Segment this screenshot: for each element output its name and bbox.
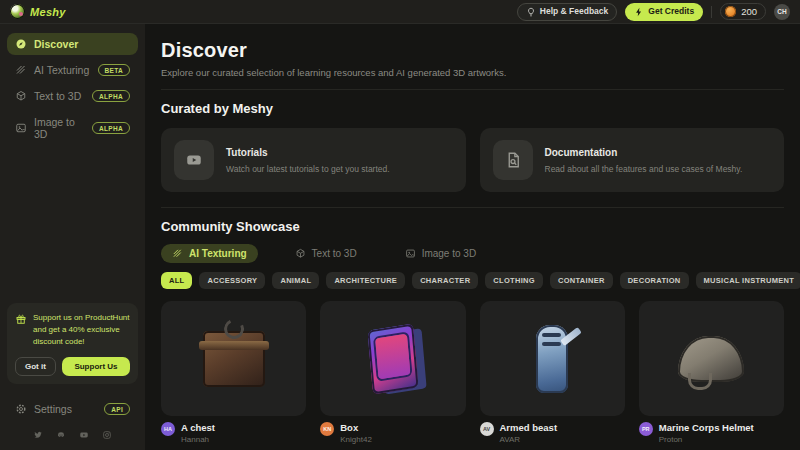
diagonal-stripes-icon (15, 64, 27, 76)
logo[interactable]: Meshy (10, 4, 66, 19)
filter-chip-container[interactable]: CONTAINER (550, 272, 613, 289)
lightning-icon (634, 7, 644, 17)
alpha-badge: ALPHA (92, 122, 130, 134)
page-header: Discover Explore our curated selection o… (161, 24, 784, 90)
page-subtitle: Explore our curated selection of learnin… (161, 67, 784, 78)
item-author: Knight42 (340, 435, 372, 444)
item-caption: KN Box Knight42 (320, 422, 465, 444)
item-caption-text: A chest Hannah (181, 422, 215, 444)
tab-text-to-3d[interactable]: Text to 3D (284, 244, 368, 263)
lightbulb-icon (526, 7, 536, 17)
showcase-item: AV Armed beast AVAR (480, 301, 625, 444)
item-author: AVAR (500, 435, 558, 444)
filter-chip-accessory[interactable]: ACCESSORY (199, 272, 265, 289)
topbar: Meshy Help & Feedback Get Credits 200 CH (0, 0, 800, 24)
social-links (7, 420, 138, 442)
model-thumbnail-chest[interactable] (161, 301, 306, 416)
item-title: Armed beast (500, 422, 558, 433)
gear-icon (15, 403, 27, 415)
filter-chip-character[interactable]: CHARACTER (412, 272, 478, 289)
sidebar-item-text-to-3d[interactable]: Text to 3D ALPHA (7, 85, 138, 107)
item-title: Box (340, 422, 372, 433)
topbar-divider (711, 6, 712, 18)
get-credits-label: Get Credits (648, 7, 694, 16)
helmet-model-image (678, 336, 744, 382)
compass-icon (15, 38, 27, 50)
twitter-icon[interactable] (33, 430, 43, 440)
support-us-button[interactable]: Support Us (62, 357, 130, 376)
curated-cards: Tutorials Watch our latest tutorials to … (161, 128, 784, 192)
meshy-app: Meshy Help & Feedback Get Credits 200 CH… (0, 0, 800, 450)
showcase-tabs: AI Texturing Text to 3D Image to 3D (161, 244, 784, 263)
filter-chip-animal[interactable]: ANIMAL (272, 272, 319, 289)
cube-icon (295, 248, 306, 259)
item-caption: PR Marine Corps Helmet Proton (639, 422, 784, 444)
card-title: Tutorials (226, 147, 390, 158)
sidebar-item-label: Image to 3D (34, 116, 85, 140)
tab-image-to-3d[interactable]: Image to 3D (394, 244, 487, 263)
item-caption-text: Armed beast AVAR (500, 422, 558, 444)
sidebar: Discover AI Texturing BETA Text to 3D AL… (0, 24, 145, 450)
tab-label: AI Texturing (189, 248, 247, 259)
curated-heading: Curated by Meshy (161, 101, 784, 116)
credits-count: 200 (741, 6, 757, 17)
filter-chip-architecture[interactable]: ARCHITECTURE (326, 272, 405, 289)
help-feedback-button[interactable]: Help & Feedback (517, 3, 618, 21)
get-credits-button[interactable]: Get Credits (625, 3, 703, 21)
support-text: Support us on ProductHunt and get a 40% … (33, 312, 130, 348)
item-caption-text: Marine Corps Helmet Proton (659, 422, 754, 444)
app-shell: Discover AI Texturing BETA Text to 3D AL… (0, 24, 800, 450)
documentation-card-text: Documentation Read about all the feature… (545, 147, 743, 174)
got-it-button[interactable]: Got it (15, 357, 56, 376)
sidebar-item-discover[interactable]: Discover (7, 33, 138, 55)
sidebar-item-image-to-3d[interactable]: Image to 3D ALPHA (7, 111, 138, 145)
documentation-card[interactable]: Documentation Read about all the feature… (480, 128, 785, 192)
document-search-icon (493, 140, 533, 180)
alpha-badge: ALPHA (92, 90, 130, 102)
discord-icon[interactable] (56, 430, 66, 440)
help-feedback-label: Help & Feedback (540, 7, 609, 16)
showcase-section: Community Showcase AI Texturing Text to … (161, 208, 784, 444)
model-thumbnail-helmet[interactable] (639, 301, 784, 416)
support-actions: Got it Support Us (15, 357, 130, 376)
showcase-grid: HA A chest Hannah KN (161, 301, 784, 444)
sidebar-item-label: AI Texturing (34, 64, 89, 76)
author-avatar[interactable]: PR (639, 422, 653, 436)
filter-chip-all[interactable]: ALL (161, 272, 192, 289)
showcase-item: KN Box Knight42 (320, 301, 465, 444)
armed-beast-model-image (536, 325, 568, 393)
diagonal-stripes-icon (172, 248, 183, 259)
page-title: Discover (161, 39, 784, 62)
filter-chip-musical-instrument[interactable]: MUSICAL INSTRUMENT (696, 272, 800, 289)
card-title: Documentation (545, 147, 743, 158)
card-description: Read about all the features and use case… (545, 164, 743, 174)
sidebar-item-settings[interactable]: Settings API (7, 398, 138, 420)
item-author: Proton (659, 435, 754, 444)
author-avatar[interactable]: HA (161, 422, 175, 436)
model-thumbnail-armed-beast[interactable] (480, 301, 625, 416)
meshy-logo-icon (10, 4, 25, 19)
author-avatar[interactable]: AV (480, 422, 494, 436)
user-avatar[interactable]: CH (774, 4, 790, 20)
play-button-icon (174, 140, 214, 180)
author-avatar[interactable]: KN (320, 422, 334, 436)
tab-ai-texturing[interactable]: AI Texturing (161, 244, 258, 263)
coin-icon (725, 6, 736, 17)
tutorials-card[interactable]: Tutorials Watch our latest tutorials to … (161, 128, 466, 192)
youtube-icon[interactable] (79, 430, 89, 440)
item-title: A chest (181, 422, 215, 433)
support-message: Support us on ProductHunt and get a 40% … (15, 312, 130, 348)
filter-chip-decoration[interactable]: DECORATION (620, 272, 689, 289)
filter-chip-clothing[interactable]: CLOTHING (485, 272, 543, 289)
sidebar-item-ai-texturing[interactable]: AI Texturing BETA (7, 59, 138, 81)
model-thumbnail-box[interactable] (320, 301, 465, 416)
tutorials-card-text: Tutorials Watch our latest tutorials to … (226, 147, 390, 174)
gift-icon (15, 313, 27, 325)
sidebar-item-label: Discover (34, 38, 78, 50)
api-badge: API (104, 403, 130, 415)
item-author: Hannah (181, 435, 215, 444)
settings-label: Settings (34, 403, 72, 415)
instagram-icon[interactable] (102, 430, 112, 440)
showcase-item: PR Marine Corps Helmet Proton (639, 301, 784, 444)
credits-balance[interactable]: 200 (720, 3, 766, 20)
